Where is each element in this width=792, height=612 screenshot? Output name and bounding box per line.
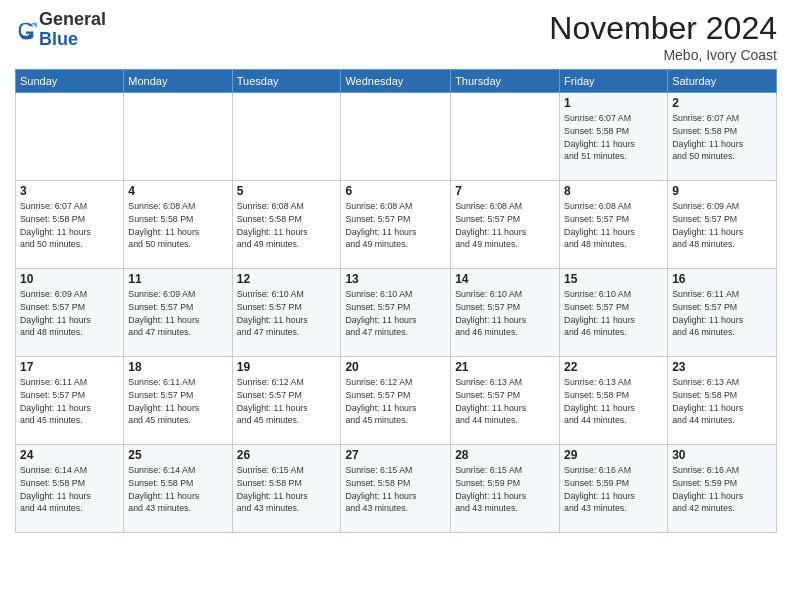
day-header-thursday: Thursday [451, 70, 560, 93]
day-info: Sunrise: 6:13 AM Sunset: 5:58 PM Dayligh… [564, 376, 663, 427]
day-info: Sunrise: 6:16 AM Sunset: 5:59 PM Dayligh… [672, 464, 772, 515]
calendar-cell: 15Sunrise: 6:10 AM Sunset: 5:57 PM Dayli… [560, 269, 668, 357]
day-info: Sunrise: 6:15 AM Sunset: 5:58 PM Dayligh… [237, 464, 337, 515]
calendar-cell: 28Sunrise: 6:15 AM Sunset: 5:59 PM Dayli… [451, 445, 560, 533]
day-number: 29 [564, 448, 663, 462]
month-title: November 2024 [549, 10, 777, 47]
day-info: Sunrise: 6:07 AM Sunset: 5:58 PM Dayligh… [564, 112, 663, 163]
week-row-4: 17Sunrise: 6:11 AM Sunset: 5:57 PM Dayli… [16, 357, 777, 445]
day-info: Sunrise: 6:07 AM Sunset: 5:58 PM Dayligh… [20, 200, 119, 251]
day-info: Sunrise: 6:09 AM Sunset: 5:57 PM Dayligh… [20, 288, 119, 339]
day-info: Sunrise: 6:11 AM Sunset: 5:57 PM Dayligh… [128, 376, 227, 427]
day-number: 18 [128, 360, 227, 374]
day-info: Sunrise: 6:10 AM Sunset: 5:57 PM Dayligh… [345, 288, 446, 339]
day-number: 8 [564, 184, 663, 198]
calendar-cell [16, 93, 124, 181]
day-info: Sunrise: 6:13 AM Sunset: 5:57 PM Dayligh… [455, 376, 555, 427]
day-number: 14 [455, 272, 555, 286]
week-row-2: 3Sunrise: 6:07 AM Sunset: 5:58 PM Daylig… [16, 181, 777, 269]
calendar-cell: 18Sunrise: 6:11 AM Sunset: 5:57 PM Dayli… [124, 357, 232, 445]
calendar-cell: 17Sunrise: 6:11 AM Sunset: 5:57 PM Dayli… [16, 357, 124, 445]
day-info: Sunrise: 6:13 AM Sunset: 5:58 PM Dayligh… [672, 376, 772, 427]
day-number: 12 [237, 272, 337, 286]
day-header-saturday: Saturday [668, 70, 777, 93]
calendar-cell: 19Sunrise: 6:12 AM Sunset: 5:57 PM Dayli… [232, 357, 341, 445]
day-info: Sunrise: 6:10 AM Sunset: 5:57 PM Dayligh… [455, 288, 555, 339]
day-number: 11 [128, 272, 227, 286]
calendar-table: SundayMondayTuesdayWednesdayThursdayFrid… [15, 69, 777, 533]
calendar-cell: 16Sunrise: 6:11 AM Sunset: 5:57 PM Dayli… [668, 269, 777, 357]
day-number: 9 [672, 184, 772, 198]
week-row-5: 24Sunrise: 6:14 AM Sunset: 5:58 PM Dayli… [16, 445, 777, 533]
day-info: Sunrise: 6:08 AM Sunset: 5:57 PM Dayligh… [564, 200, 663, 251]
day-info: Sunrise: 6:14 AM Sunset: 5:58 PM Dayligh… [20, 464, 119, 515]
day-number: 1 [564, 96, 663, 110]
day-number: 24 [20, 448, 119, 462]
day-number: 28 [455, 448, 555, 462]
calendar-page: General Blue November 2024 Mebo, Ivory C… [0, 0, 792, 612]
day-info: Sunrise: 6:08 AM Sunset: 5:57 PM Dayligh… [455, 200, 555, 251]
calendar-cell: 8Sunrise: 6:08 AM Sunset: 5:57 PM Daylig… [560, 181, 668, 269]
calendar-cell: 4Sunrise: 6:08 AM Sunset: 5:58 PM Daylig… [124, 181, 232, 269]
day-number: 25 [128, 448, 227, 462]
calendar-cell: 5Sunrise: 6:08 AM Sunset: 5:58 PM Daylig… [232, 181, 341, 269]
calendar-cell: 6Sunrise: 6:08 AM Sunset: 5:57 PM Daylig… [341, 181, 451, 269]
calendar-cell: 12Sunrise: 6:10 AM Sunset: 5:57 PM Dayli… [232, 269, 341, 357]
logo-general-text: General [39, 9, 106, 29]
logo-icon [15, 19, 37, 41]
calendar-cell [451, 93, 560, 181]
calendar-cell: 9Sunrise: 6:09 AM Sunset: 5:57 PM Daylig… [668, 181, 777, 269]
day-info: Sunrise: 6:11 AM Sunset: 5:57 PM Dayligh… [20, 376, 119, 427]
day-number: 15 [564, 272, 663, 286]
calendar-cell: 24Sunrise: 6:14 AM Sunset: 5:58 PM Dayli… [16, 445, 124, 533]
day-number: 22 [564, 360, 663, 374]
logo: General Blue [15, 10, 106, 50]
location: Mebo, Ivory Coast [549, 47, 777, 63]
day-info: Sunrise: 6:15 AM Sunset: 5:59 PM Dayligh… [455, 464, 555, 515]
calendar-cell [232, 93, 341, 181]
day-info: Sunrise: 6:11 AM Sunset: 5:57 PM Dayligh… [672, 288, 772, 339]
calendar-cell: 14Sunrise: 6:10 AM Sunset: 5:57 PM Dayli… [451, 269, 560, 357]
calendar-cell: 1Sunrise: 6:07 AM Sunset: 5:58 PM Daylig… [560, 93, 668, 181]
calendar-cell: 21Sunrise: 6:13 AM Sunset: 5:57 PM Dayli… [451, 357, 560, 445]
day-number: 19 [237, 360, 337, 374]
calendar-cell [341, 93, 451, 181]
day-header-monday: Monday [124, 70, 232, 93]
day-info: Sunrise: 6:10 AM Sunset: 5:57 PM Dayligh… [237, 288, 337, 339]
day-number: 23 [672, 360, 772, 374]
day-info: Sunrise: 6:10 AM Sunset: 5:57 PM Dayligh… [564, 288, 663, 339]
day-header-friday: Friday [560, 70, 668, 93]
calendar-cell: 10Sunrise: 6:09 AM Sunset: 5:57 PM Dayli… [16, 269, 124, 357]
calendar-cell: 7Sunrise: 6:08 AM Sunset: 5:57 PM Daylig… [451, 181, 560, 269]
calendar-cell: 30Sunrise: 6:16 AM Sunset: 5:59 PM Dayli… [668, 445, 777, 533]
day-info: Sunrise: 6:07 AM Sunset: 5:58 PM Dayligh… [672, 112, 772, 163]
day-number: 13 [345, 272, 446, 286]
calendar-cell [124, 93, 232, 181]
day-number: 17 [20, 360, 119, 374]
calendar-cell: 27Sunrise: 6:15 AM Sunset: 5:58 PM Dayli… [341, 445, 451, 533]
calendar-cell: 11Sunrise: 6:09 AM Sunset: 5:57 PM Dayli… [124, 269, 232, 357]
title-block: November 2024 Mebo, Ivory Coast [549, 10, 777, 63]
header: General Blue November 2024 Mebo, Ivory C… [15, 10, 777, 63]
day-header-wednesday: Wednesday [341, 70, 451, 93]
day-info: Sunrise: 6:08 AM Sunset: 5:58 PM Dayligh… [128, 200, 227, 251]
day-info: Sunrise: 6:12 AM Sunset: 5:57 PM Dayligh… [345, 376, 446, 427]
calendar-cell: 20Sunrise: 6:12 AM Sunset: 5:57 PM Dayli… [341, 357, 451, 445]
day-info: Sunrise: 6:15 AM Sunset: 5:58 PM Dayligh… [345, 464, 446, 515]
calendar-cell: 26Sunrise: 6:15 AM Sunset: 5:58 PM Dayli… [232, 445, 341, 533]
day-number: 30 [672, 448, 772, 462]
calendar-cell: 2Sunrise: 6:07 AM Sunset: 5:58 PM Daylig… [668, 93, 777, 181]
calendar-cell: 13Sunrise: 6:10 AM Sunset: 5:57 PM Dayli… [341, 269, 451, 357]
day-number: 5 [237, 184, 337, 198]
calendar-cell: 23Sunrise: 6:13 AM Sunset: 5:58 PM Dayli… [668, 357, 777, 445]
day-info: Sunrise: 6:08 AM Sunset: 5:58 PM Dayligh… [237, 200, 337, 251]
calendar-cell: 3Sunrise: 6:07 AM Sunset: 5:58 PM Daylig… [16, 181, 124, 269]
day-number: 2 [672, 96, 772, 110]
day-number: 3 [20, 184, 119, 198]
logo-blue-text: Blue [39, 29, 78, 49]
day-number: 21 [455, 360, 555, 374]
day-info: Sunrise: 6:09 AM Sunset: 5:57 PM Dayligh… [128, 288, 227, 339]
day-number: 20 [345, 360, 446, 374]
day-info: Sunrise: 6:08 AM Sunset: 5:57 PM Dayligh… [345, 200, 446, 251]
day-info: Sunrise: 6:14 AM Sunset: 5:58 PM Dayligh… [128, 464, 227, 515]
